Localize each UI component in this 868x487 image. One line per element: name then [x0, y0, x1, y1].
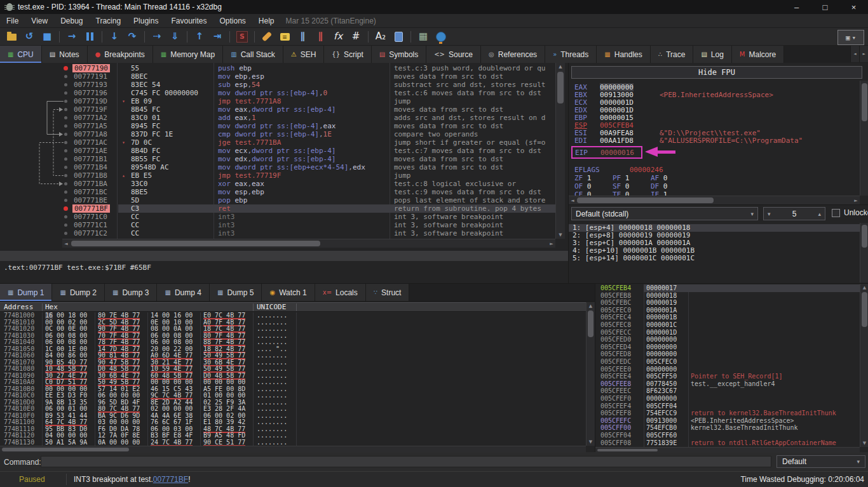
breakpoint-dot[interactable]: [64, 223, 67, 227]
spin-up-icon[interactable]: ▴: [818, 211, 821, 217]
tab-breakpoints[interactable]: ●Breakpoints: [88, 46, 153, 63]
disasm-row[interactable]: 007771C1CCint3int 3, software breakpoint: [0, 221, 555, 229]
dump-row[interactable]: 774B100016 00 18 0080 7E 4B 7714 00 16 0…: [0, 312, 586, 319]
disasm-row[interactable]: 0077719D▾EB 09jmp test.7771A8jump: [0, 97, 555, 105]
trace-over-button[interactable]: ⇓: [167, 29, 182, 44]
dump-row[interactable]: 774B106084 00 86 0090 81 4B 77A0 6D 4E 7…: [0, 352, 586, 359]
stack-row[interactable]: 005CFEC00000001A: [595, 307, 860, 314]
breakpoint-dot[interactable]: [64, 206, 68, 211]
flag-name[interactable]: AF: [651, 174, 659, 182]
breakpoint-dot[interactable]: [64, 190, 67, 194]
tab-scroll-right-icon[interactable]: ►: [859, 46, 868, 62]
stack-row[interactable]: 005CFF04005CFF60: [595, 432, 860, 439]
bookmark-button[interactable]: ∥: [313, 29, 328, 44]
disassembly-hscrollbar[interactable]: ◄ ►: [62, 239, 555, 248]
disasm-row[interactable]: 007771BA33C0xor eax,eaxtest.c:8 logical …: [0, 180, 555, 188]
stack-row[interactable]: 005CFEC40000001B: [595, 314, 860, 321]
disasm-row[interactable]: 007771BFC3retreturn from subroutine. pop…: [0, 204, 555, 213]
tab-memory-map[interactable]: ▦Memory Map: [153, 46, 223, 63]
menu-options[interactable]: Options: [213, 14, 252, 27]
dump-row[interactable]: 774B103006 00 08 0070 7F 4B 7706 00 08 0…: [0, 333, 586, 340]
disasm-row[interactable]: 007771A8837D FC 1Ecmp dword ptr ss:[ebp-…: [0, 130, 555, 138]
tab-handles[interactable]: ▦Handles: [597, 46, 650, 63]
disasm-row[interactable]: 007771C0CCint3int 3, software breakpoint: [0, 213, 555, 221]
dump-row[interactable]: 774B109030 27 4E 7730 6B 4E 7760 48 5B 7…: [0, 373, 586, 380]
disasm-row[interactable]: 007771B8▴EB E5jmp test.77719Fjump: [0, 171, 555, 180]
disasm-row[interactable]: 007771A283C0 01add eax,1adds src and dst…: [0, 114, 555, 122]
dump-row[interactable]: 774B111095 BB 83 D0F6 D0 DA 7806 00 03 0…: [0, 426, 586, 433]
stack-row[interactable]: 005CFED400000000: [595, 344, 860, 351]
tab-trace[interactable]: ∴Trace: [651, 46, 694, 63]
scroll-left-icon[interactable]: ◄: [569, 196, 576, 204]
ordinal-button[interactable]: #: [348, 29, 363, 44]
calculator-button[interactable]: ▦: [416, 29, 431, 44]
dump-row[interactable]: 774B10501C 00 1E 0014 7D 4B 7720 00 22 0…: [0, 346, 586, 353]
menu-favourites[interactable]: Favourites: [165, 14, 213, 27]
scroll-down-icon[interactable]: ▼: [587, 439, 595, 444]
flag-name[interactable]: ZF: [574, 174, 583, 182]
scrollbar-thumb[interactable]: [862, 225, 867, 248]
breakpoint-dot[interactable]: [64, 215, 67, 218]
stack-row[interactable]: 005CFEF000000000: [595, 395, 860, 403]
breakpoint-dot[interactable]: [64, 157, 67, 161]
command-input[interactable]: [41, 456, 771, 467]
disasm-row[interactable]: 0077719055push ebptest.c:3 push word, do…: [0, 64, 555, 72]
breakpoint-dot[interactable]: [64, 182, 67, 185]
restart-button[interactable]: ↺: [22, 29, 37, 44]
text-encoding-button[interactable]: A₂: [373, 29, 388, 44]
dump-tab-locals[interactable]: x=Locals: [315, 284, 366, 301]
scroll-up-icon[interactable]: ▲: [860, 285, 868, 290]
registers-hscrollbar[interactable]: ◄ ►: [569, 196, 860, 204]
dump-row[interactable]: 774B10C0EE E3 D3 F006 00 00 009C 7C 4B 7…: [0, 392, 586, 399]
disasm-row[interactable]: 007771AC▾7D 0Cjge test.7771BAjump short …: [0, 138, 555, 147]
pause-button[interactable]: [82, 29, 97, 44]
scroll-down-icon[interactable]: ▼: [556, 232, 565, 237]
scrollbar-thumb[interactable]: [577, 197, 714, 203]
dump-tab-struct[interactable]: ∵Struct: [366, 284, 410, 301]
step-into-button[interactable]: ↓: [107, 29, 122, 44]
disasm-row[interactable]: 007771918BECmov ebp,espmoves data from s…: [0, 72, 555, 81]
menu-tracing[interactable]: Tracing: [90, 14, 128, 27]
flag-name[interactable]: CF: [574, 190, 583, 196]
scrollbar-thumb[interactable]: [588, 310, 593, 337]
minimize-button[interactable]: –: [782, 0, 811, 14]
dump-tab-dump-5[interactable]: ▦Dump 5: [210, 284, 262, 301]
flag-name[interactable]: IF: [651, 190, 659, 196]
dump-hscrollbar[interactable]: [0, 446, 586, 453]
stack-row[interactable]: 005CFF087751839Ereturn to ntdll.RtlGetAp…: [595, 439, 860, 447]
comment-button[interactable]: ≡: [277, 29, 292, 44]
calling-convention-select[interactable]: Default (stdcall) ▾: [571, 207, 758, 220]
panel-splitter-bar[interactable]: [0, 251, 568, 261]
scroll-left-icon[interactable]: ◄: [62, 239, 70, 248]
breakpoint-dot[interactable]: [64, 141, 67, 144]
stack-row[interactable]: 005CFEC80000001C: [595, 321, 860, 329]
disasm-row[interactable]: 007771B489548D ACmov dword ptr ss:[ebp+e…: [0, 163, 555, 171]
breakpoint-dot[interactable]: [64, 149, 67, 152]
command-profile-select[interactable]: Default ▾: [776, 455, 865, 468]
scroll-down-icon[interactable]: ▼: [860, 441, 868, 446]
tab-log[interactable]: ▤Log: [693, 46, 731, 63]
stack-row[interactable]: 005CFED800000000: [595, 350, 860, 358]
stack-row[interactable]: 005CFEBC00000019: [595, 299, 860, 307]
stack-row[interactable]: 005CFECC0000001D: [595, 329, 860, 337]
stop-button[interactable]: ■: [39, 29, 55, 44]
stack-row[interactable]: 005CFEB800000018: [595, 292, 860, 300]
dump-row[interactable]: 774B113050 A1 5A 9A0A 00 00 0024 7C 4B 7…: [0, 439, 586, 446]
scrollbar-thumb[interactable]: [2, 448, 129, 451]
dump-row[interactable]: 774B10F0B9 53 41 44BA 9C D6 9D4A 4A 6E 3…: [0, 413, 586, 420]
disasm-row[interactable]: 007771AE8B4D FCmov ecx,dword ptr ss:[ebp…: [0, 147, 555, 155]
breakpoint-dot[interactable]: [64, 166, 67, 169]
dump-tab-dump-2[interactable]: ▦Dump 2: [52, 284, 104, 301]
hide-fpu-button[interactable]: Hide FPU: [571, 66, 862, 79]
disasm-row[interactable]: 007771BE5Dpop ebppops last element of st…: [0, 196, 555, 204]
world-button[interactable]: [433, 29, 449, 44]
breakpoint-address-link[interactable]: 007771BF: [153, 475, 188, 484]
open-file-button[interactable]: [4, 29, 19, 44]
step-over-button[interactable]: ↷: [125, 29, 140, 44]
dump-vscrollbar[interactable]: ▲ ▼: [586, 302, 595, 446]
tab-notes[interactable]: ▤Notes: [42, 46, 88, 63]
scroll-right-icon[interactable]: ►: [852, 196, 860, 204]
dump-row[interactable]: 774B108010 48 5B 77D0 48 5B 7710 59 4E 7…: [0, 366, 586, 373]
dump-row[interactable]: 774B10200C 00 0E 0090 7F 4B 7708 00 0A 0…: [0, 326, 586, 333]
flag-name[interactable]: TF: [613, 190, 621, 196]
